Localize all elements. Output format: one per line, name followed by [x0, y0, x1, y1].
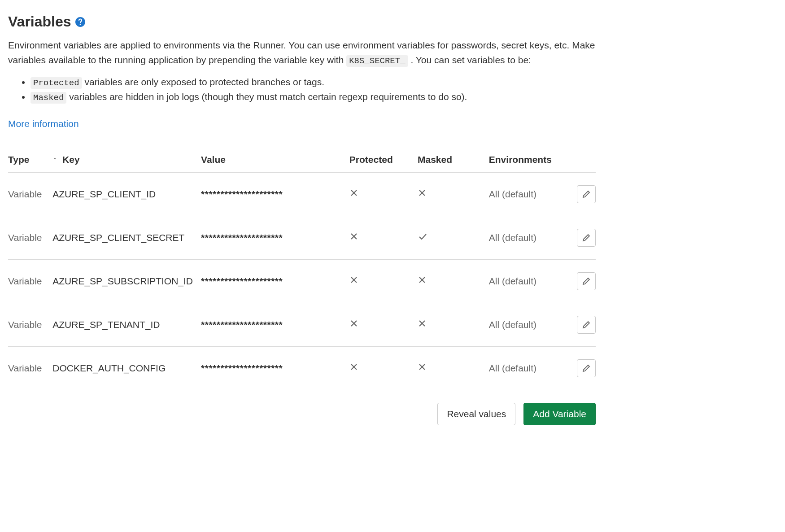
- section-description: Environment variables are applied to env…: [8, 38, 596, 68]
- edit-variable-button[interactable]: [577, 229, 596, 247]
- cell-masked: [418, 216, 489, 259]
- cell-action: [566, 259, 596, 303]
- bullet-text: variables are only exposed to protected …: [84, 77, 324, 87]
- col-header-key-label: Key: [62, 154, 80, 165]
- cell-environments: All (default): [489, 259, 566, 303]
- cell-type: Variable: [8, 346, 52, 390]
- col-header-type[interactable]: Type: [8, 147, 52, 173]
- cell-key: AZURE_SP_TENANT_ID: [52, 303, 201, 346]
- x-icon: [349, 275, 358, 284]
- cell-protected: [349, 259, 418, 303]
- cell-environments: All (default): [489, 172, 566, 216]
- cell-action: [566, 172, 596, 216]
- cell-key: AZURE_SP_SUBSCRIPTION_ID: [52, 259, 201, 303]
- code-k8s-secret: K8S_SECRET_: [346, 55, 408, 67]
- variables-section: Variables Environment variables are appl…: [8, 13, 596, 425]
- section-heading: Variables: [8, 13, 596, 30]
- more-info-link[interactable]: More information: [8, 118, 79, 129]
- col-header-action: [566, 147, 596, 173]
- sort-ascending-icon: ↑: [52, 155, 57, 165]
- cell-masked: [418, 303, 489, 346]
- cell-type: Variable: [8, 172, 52, 216]
- edit-variable-button[interactable]: [577, 316, 596, 334]
- check-icon: [418, 231, 427, 241]
- cell-type: Variable: [8, 303, 52, 346]
- cell-protected: [349, 346, 418, 390]
- x-icon: [349, 188, 358, 197]
- cell-environments: All (default): [489, 346, 566, 390]
- cell-protected: [349, 216, 418, 259]
- edit-variable-button[interactable]: [577, 359, 596, 377]
- table-row: VariableAZURE_SP_SUBSCRIPTION_ID********…: [8, 259, 596, 303]
- cell-protected: [349, 172, 418, 216]
- help-icon[interactable]: [75, 17, 86, 27]
- table-row: VariableAZURE_SP_CLIENT_ID**************…: [8, 172, 596, 216]
- list-item: Protected variables are only exposed to …: [31, 75, 596, 90]
- cell-key: DOCKER_AUTH_CONFIG: [52, 346, 201, 390]
- cell-masked: [418, 346, 489, 390]
- col-header-environments[interactable]: Environments: [489, 147, 566, 173]
- x-icon: [349, 362, 358, 371]
- x-icon: [349, 319, 358, 328]
- x-icon: [418, 275, 427, 284]
- table-row: VariableAZURE_SP_CLIENT_SECRET**********…: [8, 216, 596, 259]
- x-icon: [418, 319, 427, 328]
- table-row: VariableAZURE_SP_TENANT_ID**************…: [8, 303, 596, 346]
- cell-type: Variable: [8, 216, 52, 259]
- bullet-text: variables are hidden in job logs (though…: [69, 92, 467, 102]
- x-icon: [418, 188, 427, 197]
- footer-actions: Reveal values Add Variable: [8, 403, 596, 425]
- code-masked: Masked: [31, 92, 66, 104]
- cell-environments: All (default): [489, 303, 566, 346]
- edit-variable-button[interactable]: [577, 185, 596, 203]
- col-header-key[interactable]: ↑ Key: [52, 147, 201, 173]
- col-header-protected[interactable]: Protected: [349, 147, 418, 173]
- cell-masked: [418, 172, 489, 216]
- svg-point-1: [79, 24, 81, 25]
- page-title: Variables: [8, 13, 71, 30]
- cell-value: *********************: [201, 303, 349, 346]
- add-variable-button[interactable]: Add Variable: [523, 403, 596, 425]
- description-list: Protected variables are only exposed to …: [31, 75, 596, 105]
- col-header-value[interactable]: Value: [201, 147, 349, 173]
- x-icon: [418, 362, 427, 371]
- cell-value: *********************: [201, 346, 349, 390]
- cell-masked: [418, 259, 489, 303]
- cell-value: *********************: [201, 172, 349, 216]
- cell-value: *********************: [201, 216, 349, 259]
- cell-protected: [349, 303, 418, 346]
- cell-action: [566, 216, 596, 259]
- cell-action: [566, 346, 596, 390]
- variables-table: Type ↑ Key Value Protected Masked Enviro…: [8, 147, 596, 390]
- cell-key: AZURE_SP_CLIENT_SECRET: [52, 216, 201, 259]
- col-header-masked[interactable]: Masked: [418, 147, 489, 173]
- reveal-values-button[interactable]: Reveal values: [437, 403, 515, 425]
- code-protected: Protected: [31, 77, 82, 89]
- cell-key: AZURE_SP_CLIENT_ID: [52, 172, 201, 216]
- description-text-2: . You can set variables to be:: [410, 55, 531, 65]
- list-item: Masked variables are hidden in job logs …: [31, 90, 596, 105]
- edit-variable-button[interactable]: [577, 272, 596, 290]
- cell-type: Variable: [8, 259, 52, 303]
- x-icon: [349, 232, 358, 241]
- cell-action: [566, 303, 596, 346]
- cell-value: *********************: [201, 259, 349, 303]
- table-row: VariableDOCKER_AUTH_CONFIG**************…: [8, 346, 596, 390]
- cell-environments: All (default): [489, 216, 566, 259]
